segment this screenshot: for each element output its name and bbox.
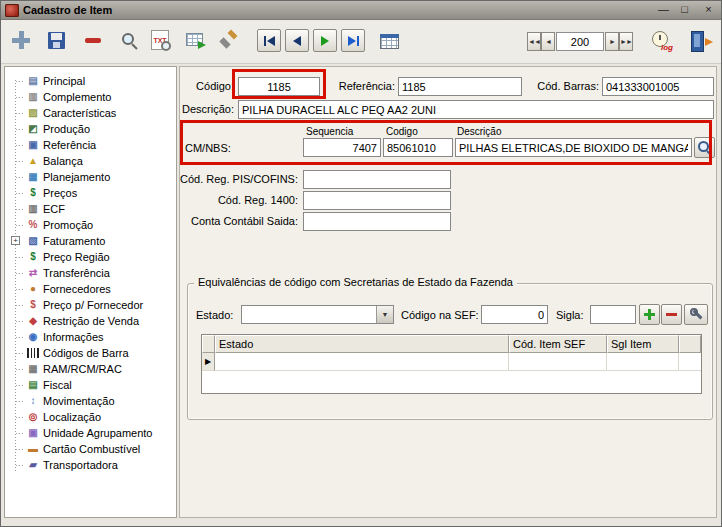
save-button[interactable] xyxy=(48,32,65,49)
record-number-input[interactable] xyxy=(556,32,604,51)
floppy-disk-icon xyxy=(48,32,65,49)
equivalencias-grid[interactable]: Estado Cód. Item SEF Sgl Item ▶ xyxy=(201,334,702,394)
sidebar-item-referencia[interactable]: ▣Referência xyxy=(5,137,176,153)
exit-door-icon xyxy=(688,31,713,51)
maximize-button[interactable]: □ xyxy=(676,3,693,17)
cod-barras-input[interactable] xyxy=(602,77,714,96)
remove-equivalencia-button[interactable] xyxy=(661,304,682,325)
grid-header-cod-item-sef[interactable]: Cód. Item SEF xyxy=(509,335,607,353)
ncm-descricao-input[interactable] xyxy=(455,138,692,157)
transfer-arrows-icon: ⇄ xyxy=(27,267,39,279)
descricao-input[interactable] xyxy=(238,100,714,119)
sidebar-item-faturamento[interactable]: +▧Faturamento xyxy=(5,233,176,249)
equivalencia-tools-button[interactable] xyxy=(684,304,708,325)
sidebar-item-complemento[interactable]: ▥Complemento xyxy=(5,89,176,105)
sidebar-item-transportadora[interactable]: ▰Transportadora xyxy=(5,457,176,473)
sidebar-item-producao[interactable]: ◩Produção xyxy=(5,121,176,137)
sidebar-tree: ▤Principal ▥Complemento ▨Características… xyxy=(4,66,177,518)
plus-icon xyxy=(12,31,30,49)
sidebar-item-cartao-combustivel[interactable]: ▬Cartão Combustível xyxy=(5,441,176,457)
sidebar-item-localizacao[interactable]: ◎Localização xyxy=(5,409,176,425)
sidebar-item-fornecedores[interactable]: ●Fornecedores xyxy=(5,281,176,297)
chevron-down-icon[interactable]: ▼ xyxy=(376,306,393,323)
sidebar-item-unidade-agrupamento[interactable]: ▣Unidade Agrupamento xyxy=(5,425,176,441)
cod-barras-label: Cód. Barras: xyxy=(526,80,599,92)
pis-cofins-input[interactable] xyxy=(303,170,451,189)
sigla-input[interactable] xyxy=(590,305,636,324)
exit-button[interactable] xyxy=(688,31,713,51)
sidebar-item-precos[interactable]: $Preços xyxy=(5,185,176,201)
referencia-input[interactable] xyxy=(398,77,522,96)
ncm-codigo-input[interactable] xyxy=(383,138,453,157)
sidebar-item-ecf[interactable]: ▥ECF xyxy=(5,201,176,217)
grid-header-estado[interactable]: Estado xyxy=(215,335,509,353)
sidebar-item-preco-regiao[interactable]: $Preço Região xyxy=(5,249,176,265)
supplier-price-icon: $ xyxy=(27,299,39,311)
movement-arrows-icon: ↕ xyxy=(27,395,39,407)
add-equivalencia-button[interactable] xyxy=(639,304,660,325)
first-record-button[interactable] xyxy=(257,29,281,52)
previous-page-button[interactable]: ◄ xyxy=(541,32,555,51)
previous-record-button[interactable] xyxy=(285,29,309,52)
codigo-input[interactable] xyxy=(238,77,320,96)
sidebar-item-balanca[interactable]: ▲Balança xyxy=(5,153,176,169)
conta-contabil-label: Conta Contábil Saida: xyxy=(180,215,298,227)
delete-record-button[interactable] xyxy=(85,38,101,43)
codigo-sef-label: Código na SEF: xyxy=(401,309,479,321)
close-button[interactable]: × xyxy=(700,3,717,17)
reg-1400-input[interactable] xyxy=(303,191,451,210)
next-page-button[interactable]: ► xyxy=(605,32,619,51)
app-window: Cadastro de Item — □ × TXT ◄◄ ◄ ► ►► log xyxy=(0,0,722,527)
location-icon: ◎ xyxy=(27,411,39,423)
next-record-button[interactable] xyxy=(313,29,337,52)
txt-file-icon: TXT xyxy=(151,30,169,50)
row-indicator-icon: ▶ xyxy=(202,353,215,371)
ncm-search-button[interactable] xyxy=(694,137,715,158)
conta-contabil-input[interactable] xyxy=(303,212,451,231)
sidebar-item-informacoes[interactable]: ◉Informações xyxy=(5,329,176,345)
sidebar-item-principal[interactable]: ▤Principal xyxy=(5,73,176,89)
barcode-icon xyxy=(27,348,39,358)
export-grid-button[interactable] xyxy=(186,33,203,46)
expander-icon[interactable]: + xyxy=(11,236,20,245)
last-record-button[interactable] xyxy=(341,29,365,52)
calendar-grid-button[interactable] xyxy=(380,34,399,49)
sidebar-item-fiscal[interactable]: ▤Fiscal xyxy=(5,377,176,393)
sidebar-item-preco-fornecedor[interactable]: $Preço p/ Fornecedor xyxy=(5,297,176,313)
log-button[interactable]: log xyxy=(651,31,673,52)
info-icon: ◉ xyxy=(27,331,39,343)
sidebar-item-planejamento[interactable]: ▦Planejamento xyxy=(5,169,176,185)
clock-log-icon: log xyxy=(651,31,673,52)
codigo-sef-input[interactable] xyxy=(481,305,548,324)
reg-1400-label: Cód. Reg. 1400: xyxy=(180,194,298,206)
record-navigator: ◄◄ ◄ ► ►► xyxy=(527,32,633,51)
search-button[interactable] xyxy=(121,32,138,49)
brush-icon xyxy=(220,32,237,49)
sidebar-item-caracteristicas[interactable]: ▨Características xyxy=(5,105,176,121)
clear-button[interactable] xyxy=(220,32,237,49)
sidebar-item-promocao[interactable]: %Promoção xyxy=(5,217,176,233)
sidebar-item-restricao-venda[interactable]: ◆Restrição de Venda xyxy=(5,313,176,329)
ncm-sequencia-header: Sequencia xyxy=(306,126,353,137)
grid-row[interactable]: ▶ xyxy=(202,353,701,371)
last-page-button[interactable]: ►► xyxy=(619,32,633,51)
sidebar-item-movimentacao[interactable]: ↕Movimentação xyxy=(5,393,176,409)
wrench-icon xyxy=(690,308,703,321)
main-panel: Código: Referência: Cód. Barras: Descriç… xyxy=(179,66,717,518)
notes-icon: ▨ xyxy=(27,107,39,119)
first-record-icon xyxy=(264,36,266,46)
ncm-sequencia-input[interactable] xyxy=(303,138,381,157)
fuel-card-icon: ▬ xyxy=(27,443,39,455)
sidebar-item-codigos-barra[interactable]: Códigos de Barra xyxy=(5,345,176,361)
list-icon: ▤ xyxy=(27,75,39,87)
export-txt-button[interactable]: TXT xyxy=(151,30,169,50)
grid-header-sgl-item[interactable]: Sgl Item xyxy=(607,335,679,353)
sigla-label: Sigla: xyxy=(556,309,584,321)
sidebar-item-ram-rcm-rac[interactable]: ▦RAM/RCM/RAC xyxy=(5,361,176,377)
estado-combobox[interactable]: ▼ xyxy=(241,305,394,324)
reference-icon: ▣ xyxy=(27,139,39,151)
add-record-button[interactable] xyxy=(12,31,30,49)
sidebar-item-transferencia[interactable]: ⇄Transferência xyxy=(5,265,176,281)
minimize-button[interactable]: — xyxy=(655,3,672,17)
first-page-button[interactable]: ◄◄ xyxy=(527,32,541,51)
